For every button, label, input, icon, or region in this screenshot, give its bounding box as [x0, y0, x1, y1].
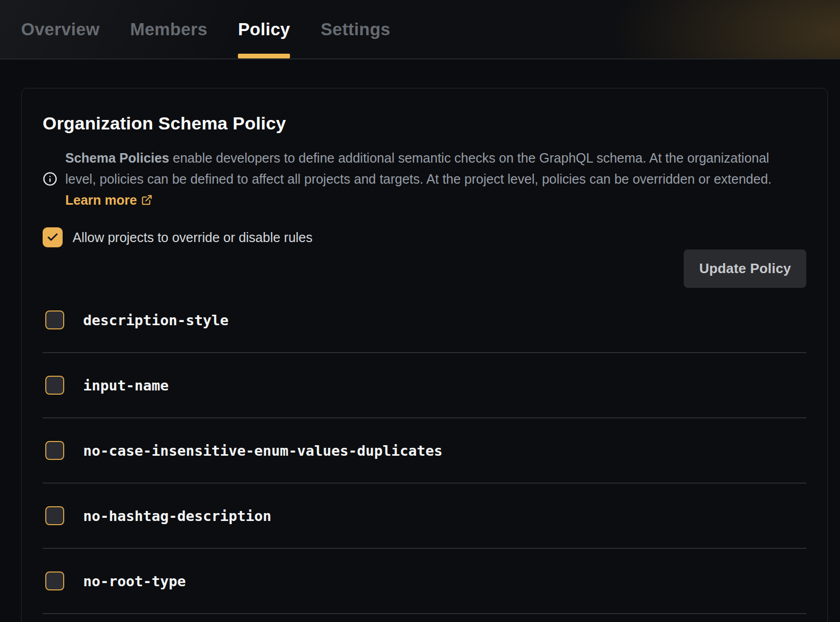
rule-checkbox[interactable] [45, 376, 64, 395]
rule-name: no-hashtag-description [83, 508, 272, 524]
learn-more-link[interactable]: Learn more [65, 193, 153, 207]
update-policy-button[interactable]: Update Policy [684, 249, 806, 288]
tab-overview[interactable]: Overview [21, 0, 99, 58]
rule-row-input-name: input-name [43, 353, 806, 418]
tab-policy[interactable]: Policy [238, 0, 290, 58]
rule-checkbox[interactable] [45, 506, 64, 525]
rule-name: no-case-insensitive-enum-values-duplicat… [83, 443, 443, 459]
active-tab-indicator [238, 54, 290, 58]
rule-name: description-style [83, 312, 228, 328]
page-title: Organization Schema Policy [43, 112, 806, 135]
override-rules-checkbox[interactable] [43, 227, 63, 247]
tab-members[interactable]: Members [130, 0, 207, 58]
rule-name: input-name [83, 377, 169, 394]
checkmark-icon [46, 231, 59, 244]
schema-policy-card: Organization Schema Policy Schema Polici… [21, 88, 828, 622]
policy-description-lead: Schema Policies [65, 151, 169, 165]
rule-row-no-root-type: no-root-type [43, 549, 806, 614]
learn-more-label: Learn more [65, 193, 137, 207]
actions-row: Update Policy [43, 249, 806, 288]
rule-checkbox[interactable] [45, 571, 64, 590]
rule-name: no-root-type [83, 573, 186, 589]
policy-info-callout: Schema Policies enable developers to def… [43, 147, 806, 210]
org-tabbar: Overview Members Policy Settings [0, 0, 840, 59]
tab-settings[interactable]: Settings [321, 0, 391, 58]
override-rules-label: Allow projects to override or disable ru… [73, 230, 313, 245]
tab-members-label: Members [130, 19, 207, 39]
tab-overview-label: Overview [21, 19, 99, 39]
rule-row-no-hashtag-description: no-hashtag-description [43, 484, 806, 549]
tab-settings-label: Settings [321, 19, 391, 39]
info-icon [43, 172, 57, 186]
external-link-icon [141, 190, 153, 202]
override-rules-row: Allow projects to override or disable ru… [43, 227, 806, 247]
policy-description-body: enable developers to define additional s… [65, 151, 772, 186]
rule-row-no-case-insensitive-enum-values-duplicates: no-case-insensitive-enum-values-duplicat… [43, 418, 806, 484]
tab-policy-label: Policy [238, 19, 290, 39]
policy-description: Schema Policies enable developers to def… [65, 147, 802, 210]
policy-rules-list: description-style input-name no-case-ins… [43, 288, 806, 614]
rule-row-description-style: description-style [43, 288, 806, 353]
rule-checkbox[interactable] [45, 441, 64, 460]
rule-checkbox[interactable] [45, 310, 64, 329]
